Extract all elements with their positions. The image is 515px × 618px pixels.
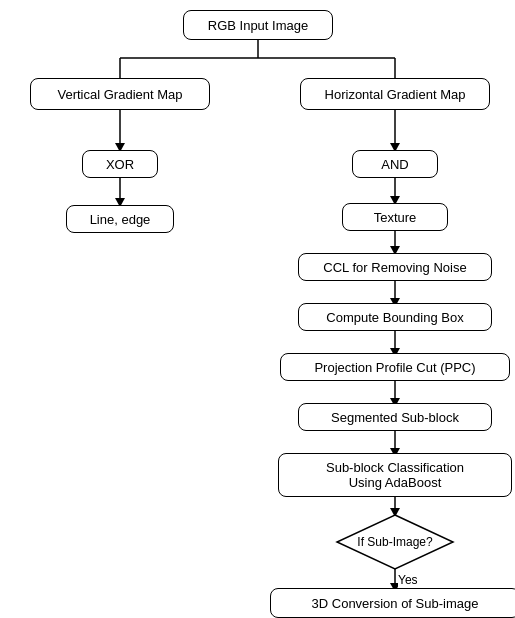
ccl-box: CCL for Removing Noise (298, 253, 492, 281)
and-box: AND (352, 150, 438, 178)
conversion-box: 3D Conversion of Sub-image (270, 588, 515, 618)
xor-box: XOR (82, 150, 158, 178)
line-edge-box: Line, edge (66, 205, 174, 233)
classification-box: Sub-block Classification Using AdaBoost (278, 453, 512, 497)
vertical-gradient-box: Vertical Gradient Map (30, 78, 210, 110)
segmented-box: Segmented Sub-block (298, 403, 492, 431)
if-subimage-diamond: If Sub-Image? (335, 513, 455, 571)
texture-box: Texture (342, 203, 448, 231)
horizontal-gradient-box: Horizontal Gradient Map (300, 78, 490, 110)
rgb-input-box: RGB Input Image (183, 10, 333, 40)
yes-label: Yes (398, 573, 418, 587)
flowchart-diagram: RGB Input Image Vertical Gradient Map Ho… (0, 0, 515, 618)
ppc-box: Projection Profile Cut (PPC) (280, 353, 510, 381)
bounding-box-box: Compute Bounding Box (298, 303, 492, 331)
